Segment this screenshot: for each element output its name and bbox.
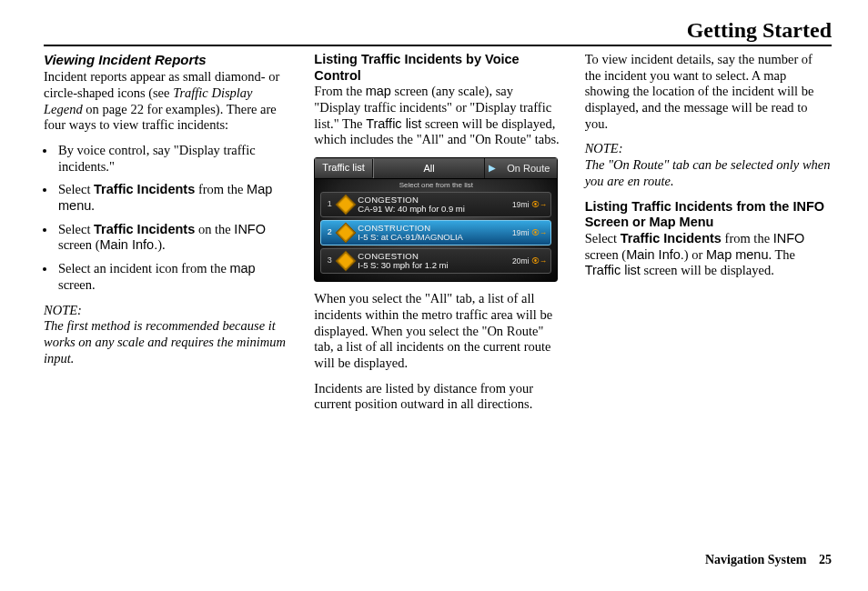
bold-term: Traffic Incidents — [94, 182, 195, 196]
list-item[interactable]: 1 CONGESTION CA-91 W: 40 mph for 0.9 mi … — [320, 192, 551, 217]
distance-order-explanation: Incidents are listed by distance from yo… — [314, 381, 560, 413]
voice-control-paragraph: From the map screen (any scale), say "Di… — [314, 84, 560, 148]
row-text: CONGESTION CA-91 W: 40 mph for 0.9 mi — [358, 195, 510, 214]
page-header: Getting Started — [44, 18, 832, 45]
screenshot-topbar: Traffic list All ▶ On Route — [315, 158, 557, 179]
row-distance: 19mi ⦿→ — [512, 200, 547, 209]
footer-label: Navigation System — [705, 553, 807, 566]
direction-icon: ⦿→ — [531, 228, 548, 237]
list-item-selected[interactable]: 2 CONSTRUCTION I-5 S: at CA-91/MAGNOLIA … — [320, 220, 551, 245]
page-footer: Navigation System 25 — [705, 553, 832, 567]
columns: Viewing Incident Reports Incident report… — [44, 52, 832, 422]
header-rule — [44, 45, 832, 46]
bold-term: Traffic Incidents — [94, 222, 195, 236]
direction-icon: ⦿→ — [531, 256, 548, 265]
all-tab-explanation: When you select the "All" tab, a list of… — [314, 291, 560, 371]
row-distance: 20mi ⦿→ — [512, 256, 547, 265]
note-body: The "On Route" tab can be selected only … — [585, 157, 832, 189]
ui-term: Traffic list — [366, 116, 421, 131]
tab-all[interactable]: All — [373, 158, 485, 178]
row-distance: 19mi ⦿→ — [512, 228, 547, 237]
subhead-viewing-incident-reports: Viewing Incident Reports — [44, 52, 290, 68]
ui-term: Map menu — [706, 247, 769, 262]
column-1: Viewing Incident Reports Incident report… — [44, 52, 290, 422]
text: Select — [585, 231, 621, 245]
bullet-item: By voice control, say "Display traffic i… — [56, 143, 290, 175]
direction-icon: ⦿→ — [531, 200, 548, 209]
tab-on-route[interactable]: On Route — [500, 158, 557, 178]
dist-value: 19mi — [512, 200, 529, 209]
bold-heading: Listing Traffic Incidents from the INFO … — [585, 199, 824, 230]
ui-term: Traffic list — [585, 263, 641, 277]
ui-term: INFO — [773, 231, 805, 245]
screenshot-title: Traffic list — [315, 159, 372, 176]
screenshot-list: 1 CONGESTION CA-91 W: 40 mph for 0.9 mi … — [315, 192, 557, 281]
row-text: CONSTRUCTION I-5 S: at CA-91/MAGNOLIA — [358, 224, 510, 242]
bullet-item: Select an incident icon from the map scr… — [56, 261, 290, 293]
column-3: To view incident details, say the number… — [585, 52, 832, 422]
row-detail: CA-91 W: 40 mph for 0.9 mi — [358, 205, 510, 214]
incident-details-paragraph: To view incident details, say the number… — [585, 52, 832, 132]
traffic-list-screenshot: Traffic list All ▶ On Route Select one f… — [314, 157, 558, 282]
bold-term: Traffic Incidents — [621, 231, 722, 245]
heading-voice-control: Listing Traffic Incidents by Voice Contr… — [314, 52, 560, 84]
row-detail: I-5 S: at CA-91/MAGNOLIA — [358, 233, 510, 242]
text: . — [91, 198, 95, 213]
chevron-right-icon: ▶ — [485, 163, 500, 174]
text: ) or — [684, 247, 706, 262]
row-number: 2 — [325, 227, 334, 237]
row-detail: I-5 S: 30 mph for 1.2 mi — [358, 261, 510, 270]
ui-term: Main Info. — [99, 237, 157, 252]
text: Select — [58, 182, 94, 196]
diamond-icon — [336, 251, 357, 272]
text: on the — [195, 222, 234, 236]
info-screen-paragraph: Select Traffic Incidents from the INFO s… — [585, 231, 832, 279]
row-text: CONGESTION I-5 S: 30 mph for 1.2 mi — [358, 252, 510, 270]
intro-paragraph: Incident reports appear as small diamond… — [44, 69, 290, 134]
page: Getting Started Viewing Incident Reports… — [0, 0, 868, 591]
row-number: 1 — [325, 199, 334, 209]
dist-value: 20mi — [512, 256, 529, 265]
text: screen ( — [58, 237, 99, 252]
screenshot-subtitle: Select one from the list — [315, 181, 557, 190]
list-item[interactable]: 3 CONGESTION I-5 S: 30 mph for 1.2 mi 20… — [320, 248, 551, 274]
text: . The — [769, 247, 796, 262]
text: From the — [314, 84, 365, 98]
text: screen will be displayed. — [641, 263, 774, 277]
text: Select — [58, 222, 94, 236]
bullet-list: By voice control, say "Display traffic i… — [44, 143, 290, 294]
note-label: NOTE: — [44, 303, 290, 319]
note-label: NOTE: — [585, 141, 832, 157]
ui-term: Main Info. — [626, 247, 684, 262]
ui-term: map — [229, 261, 255, 275]
bold-heading: Listing Traffic Incidents by Voice Contr… — [314, 52, 519, 83]
text: from the — [195, 182, 247, 196]
text: ). — [157, 237, 165, 252]
page-number: 25 — [819, 553, 832, 566]
bullet-item: Select Traffic Incidents from the Map me… — [56, 182, 290, 214]
diamond-icon — [336, 195, 357, 215]
heading-info-screen: Listing Traffic Incidents from the INFO … — [585, 199, 832, 231]
ui-term: map — [366, 84, 391, 98]
dist-value: 19mi — [512, 228, 529, 237]
note-body: The first method is recommended because … — [44, 318, 290, 366]
ui-term: INFO — [234, 222, 266, 236]
text: screen. — [58, 277, 96, 292]
diamond-icon — [336, 223, 357, 244]
bullet-item: Select Traffic Incidents on the INFO scr… — [56, 222, 290, 254]
row-number: 3 — [325, 255, 334, 265]
column-2: Listing Traffic Incidents by Voice Contr… — [314, 52, 560, 422]
page-title: Getting Started — [687, 18, 832, 42]
text: from the — [722, 231, 773, 245]
text: Select an incident icon from the — [58, 261, 229, 275]
text: screen ( — [585, 247, 626, 262]
